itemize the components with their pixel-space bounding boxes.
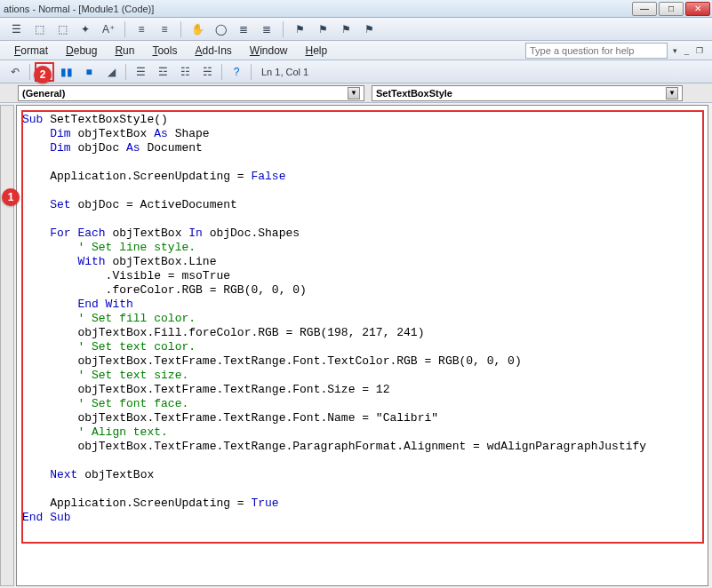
undo-icon[interactable]: ↶ bbox=[5, 62, 25, 82]
menubar: Format Debug Run Tools Add-Ins Window He… bbox=[0, 41, 712, 60]
indent-icon[interactable]: ⬚ bbox=[30, 20, 48, 38]
toggle-icon[interactable]: ⚑ bbox=[291, 20, 308, 38]
help-box: ▾ _ ❐ bbox=[525, 43, 705, 59]
clear-bookmark-icon[interactable]: ⚑ bbox=[360, 20, 378, 38]
uncomment-icon[interactable]: ≣ bbox=[258, 20, 276, 38]
code-gutter bbox=[0, 105, 14, 586]
menu-tools[interactable]: Tools bbox=[145, 43, 184, 59]
menu-run[interactable]: Run bbox=[108, 43, 141, 59]
separator bbox=[29, 64, 30, 80]
outdent-icon[interactable]: ⬚ bbox=[53, 20, 71, 38]
window-title: ations - Normal - [Module1 (Code)] bbox=[2, 4, 154, 14]
object-dropdown-value: (General) bbox=[22, 88, 65, 99]
menu-addins[interactable]: Add-Ins bbox=[188, 43, 238, 59]
menu-window[interactable]: Window bbox=[243, 43, 295, 59]
separator bbox=[125, 64, 126, 80]
separator bbox=[251, 64, 252, 80]
chevron-down-icon: ▼ bbox=[666, 87, 678, 99]
indent-left-icon[interactable]: ≡ bbox=[132, 20, 150, 38]
toolbar-standard: ↶ ▮▮ ■ ◢ ☰ ☲ ☷ ☵ ? Ln 1, Col 1 bbox=[0, 60, 712, 83]
procedure-dropdown-value: SetTextBoxStyle bbox=[376, 88, 452, 99]
code-dropdowns: (General) ▼ SetTextBoxStyle ▼ bbox=[0, 83, 712, 103]
list-members-icon[interactable]: ☰ bbox=[7, 20, 25, 38]
titlebar: ations - Normal - [Module1 (Code)] — □ ✕ bbox=[0, 0, 712, 18]
reset-button[interactable]: ■ bbox=[79, 62, 99, 82]
next-bookmark-icon[interactable]: ⚑ bbox=[314, 20, 332, 38]
callout-1: 1 bbox=[2, 188, 20, 206]
project-explorer-icon[interactable]: ☰ bbox=[131, 62, 150, 82]
menu-debug[interactable]: Debug bbox=[59, 43, 104, 59]
object-dropdown[interactable]: (General) ▼ bbox=[18, 85, 364, 101]
prev-bookmark-icon[interactable]: ⚑ bbox=[337, 20, 355, 38]
procedure-dropdown[interactable]: SetTextBoxStyle ▼ bbox=[372, 85, 683, 101]
help-search-input[interactable] bbox=[525, 43, 668, 59]
menu-format[interactable]: Format bbox=[7, 43, 55, 59]
help-icon[interactable]: ? bbox=[227, 62, 246, 82]
code-text[interactable]: Sub SetTextBoxStyle() Dim objTextBox As … bbox=[17, 106, 708, 532]
separator bbox=[180, 21, 181, 37]
chevron-down-icon: ▼ bbox=[348, 87, 360, 99]
toolbox-icon[interactable]: ☵ bbox=[197, 62, 217, 82]
mdi-restore-icon[interactable]: ❐ bbox=[694, 46, 705, 55]
indent-right-icon[interactable]: ≡ bbox=[156, 20, 173, 38]
break-button[interactable]: ▮▮ bbox=[57, 62, 76, 82]
properties-icon[interactable]: ☲ bbox=[153, 62, 172, 82]
callout-2: 2 bbox=[34, 66, 52, 83]
minimize-button[interactable]: — bbox=[632, 2, 657, 16]
help-dropdown-icon[interactable]: ▾ bbox=[671, 46, 679, 55]
separator bbox=[124, 21, 125, 37]
design-mode-icon[interactable]: ◢ bbox=[101, 62, 121, 82]
toolbar-formatting: ☰ ⬚ ⬚ ✦ A⁺ ≡ ≡ ✋ ◯ ≣ ≣ ⚑ ⚑ ⚑ ⚑ bbox=[0, 18, 712, 41]
font-icon[interactable]: A⁺ bbox=[100, 20, 117, 38]
maximize-button[interactable]: □ bbox=[659, 2, 684, 16]
cursor-position: Ln 1, Col 1 bbox=[256, 67, 314, 77]
bookmark-icon[interactable]: ✦ bbox=[76, 20, 94, 38]
object-browser-icon[interactable]: ☷ bbox=[175, 62, 195, 82]
breakpoint-icon[interactable]: ◯ bbox=[212, 20, 229, 38]
comment-icon[interactable]: ≣ bbox=[235, 20, 252, 38]
separator bbox=[221, 64, 222, 80]
code-pane[interactable]: Sub SetTextBoxStyle() Dim objTextBox As … bbox=[16, 105, 708, 586]
hand-icon[interactable]: ✋ bbox=[188, 20, 206, 38]
mdi-minimize-icon[interactable]: _ bbox=[683, 46, 691, 55]
close-button[interactable]: ✕ bbox=[685, 2, 710, 16]
window-buttons: — □ ✕ bbox=[632, 2, 710, 16]
separator bbox=[283, 21, 284, 37]
menu-help[interactable]: Help bbox=[299, 43, 335, 59]
